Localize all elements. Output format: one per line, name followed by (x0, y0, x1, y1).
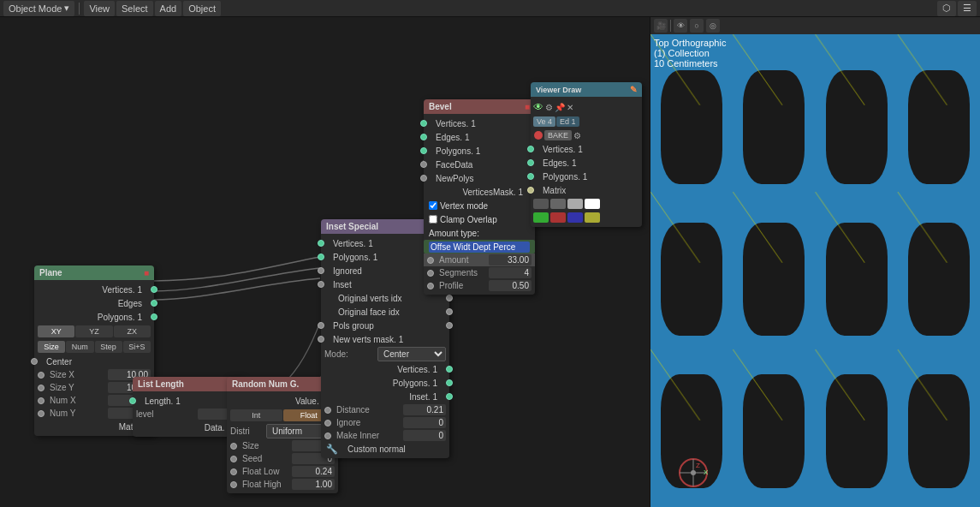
bevel-amounttype-row: Amount type: (424, 226, 535, 240)
socket-inset-polygons-in[interactable] (318, 254, 324, 260)
socket-amount-in[interactable] (427, 257, 434, 264)
swatch-8[interactable] (585, 212, 600, 223)
gear-icon[interactable]: ⚙ (545, 103, 553, 112)
view-menu-button[interactable]: View (84, 1, 115, 16)
pin-icon[interactable]: 📌 (555, 103, 565, 112)
swatch-7[interactable] (567, 212, 583, 223)
socket-viewer-polygons-in[interactable] (527, 173, 534, 180)
vp-editor-type-btn[interactable]: 🎥 (654, 19, 668, 33)
socket-size-in[interactable] (230, 443, 237, 450)
float-low-input[interactable]: 0.24 (292, 466, 335, 477)
socket-inset-out-polygons[interactable] (446, 379, 453, 386)
socket-bevel-facedata-in[interactable] (420, 161, 427, 168)
select-menu-button[interactable]: Select (116, 1, 153, 16)
swatch-3[interactable] (567, 199, 583, 209)
inset-mode-select[interactable]: Center (377, 347, 446, 361)
vp-shading-btn[interactable]: ○ (690, 19, 704, 33)
profile-input[interactable]: 0.50 (489, 280, 532, 291)
socket-segments-in[interactable] (427, 270, 434, 277)
swatch-5[interactable] (533, 212, 549, 223)
socket-inset-origface-out[interactable] (446, 295, 453, 301)
tab-step[interactable]: Step (95, 341, 122, 353)
socket-bevel-edges-in[interactable] (420, 134, 427, 140)
vp-view-btn[interactable]: 👁 (674, 19, 687, 33)
node-bevel-header[interactable]: Bevel ■ (424, 99, 535, 114)
grid-cell-inner (743, 223, 805, 337)
close-small-icon[interactable]: ✕ (567, 103, 573, 112)
socket-inset-polsgroup-out[interactable] (446, 308, 453, 315)
settings-icon-btn[interactable]: ☰ (958, 1, 977, 16)
node-plane-header[interactable]: Plane ■ (34, 265, 154, 280)
viewer-bake-button[interactable]: BAKE (544, 130, 572, 140)
add-menu-button[interactable]: Add (155, 1, 182, 16)
close-icon[interactable]: ■ (525, 102, 530, 111)
viewer-ed-tab[interactable]: Ed 1 (556, 116, 579, 127)
amount-input[interactable]: 33.00 (489, 254, 532, 265)
eye-icon[interactable]: 👁 (533, 101, 543, 113)
socket-inset-polsgroup-in[interactable] (318, 322, 324, 329)
bake-settings-icon[interactable]: ⚙ (573, 131, 581, 140)
distri-label: Distri (230, 426, 264, 436)
tab-yz[interactable]: YZ (75, 325, 112, 337)
level-label: level (136, 409, 196, 419)
node-viewer-header[interactable]: Viewer Draw ✎ (531, 82, 642, 97)
socket-center-in[interactable] (31, 358, 38, 365)
makeinner-input[interactable]: 0 (403, 430, 446, 441)
segments-input[interactable]: 4 (489, 267, 532, 278)
socket-sizey-in[interactable] (38, 385, 45, 391)
socket-bevel-polygons-in[interactable] (420, 147, 427, 154)
socket-inset-vertices-in[interactable] (318, 240, 324, 247)
socket-inset-out-inset[interactable] (446, 393, 453, 400)
socket-seed-in[interactable] (230, 456, 237, 462)
socket-viewer-matrix-in[interactable] (527, 187, 534, 194)
socket-floathigh-in[interactable] (230, 481, 237, 488)
socket-list-in[interactable] (129, 397, 136, 404)
viewer-ve-tab[interactable]: Ve 4 (533, 116, 555, 127)
num-x-label: Num X (50, 396, 106, 405)
tab-int[interactable]: Int (230, 409, 282, 421)
distance-input[interactable]: 0.21 (403, 404, 446, 415)
close-icon[interactable]: ■ (144, 268, 149, 277)
socket-inset-newverts-out[interactable] (446, 322, 453, 329)
edit-icon[interactable]: ✎ (630, 85, 637, 94)
socket-numx-in[interactable] (38, 397, 45, 404)
tab-sis[interactable]: Si+S (123, 341, 151, 353)
viewport-icon-btn[interactable]: ⬡ (937, 1, 956, 16)
socket-inset-newverts-in[interactable] (318, 336, 324, 343)
socket-inset-inset-in[interactable] (318, 281, 324, 288)
object-mode-button[interactable]: Object Mode ▾ (3, 1, 74, 16)
socket-ignore-in[interactable] (324, 420, 331, 426)
vertex-mode-checkbox[interactable] (429, 201, 437, 210)
socket-distance-in[interactable] (324, 407, 331, 414)
float-high-input[interactable]: 1.00 (292, 479, 335, 490)
tab-xy[interactable]: XY (38, 325, 74, 337)
bevel-in-facedata-row: FaceData (424, 158, 535, 171)
socket-profile-in[interactable] (427, 283, 434, 289)
socket-plane-vertices-out[interactable] (151, 286, 157, 293)
ignore-input[interactable]: 0 (403, 417, 446, 428)
offset-field[interactable]: Offse Widt Dept Perce (429, 242, 530, 253)
socket-makeinner-in[interactable] (324, 432, 331, 439)
swatch-6[interactable] (550, 212, 566, 223)
vp-overlay-btn[interactable]: ◎ (706, 19, 720, 33)
object-menu-button[interactable]: Object (183, 1, 221, 16)
socket-floatlow-in[interactable] (230, 468, 237, 475)
clamp-overlap-checkbox[interactable] (429, 215, 437, 224)
socket-inset-ignored-in[interactable] (318, 267, 324, 274)
tab-size[interactable]: Size (38, 341, 65, 353)
swatch-1[interactable] (533, 199, 549, 209)
socket-plane-edges-out[interactable] (151, 300, 157, 307)
socket-viewer-vertices-in[interactable] (527, 146, 534, 152)
object-mode-label: Object Mode (9, 3, 62, 14)
socket-bevel-vertices-in[interactable] (420, 120, 427, 127)
tab-zx[interactable]: ZX (114, 325, 151, 337)
socket-numy-in[interactable] (38, 410, 45, 417)
socket-plane-polygons-out[interactable] (151, 313, 157, 320)
swatch-4[interactable] (585, 199, 600, 209)
socket-inset-out-vertices[interactable] (446, 366, 453, 373)
swatch-2[interactable] (550, 199, 566, 209)
socket-bevel-newpolys-in[interactable] (420, 175, 427, 182)
socket-viewer-edges-in[interactable] (527, 159, 534, 166)
tab-num[interactable]: Num (66, 341, 93, 353)
socket-sizex-in[interactable] (38, 372, 45, 379)
